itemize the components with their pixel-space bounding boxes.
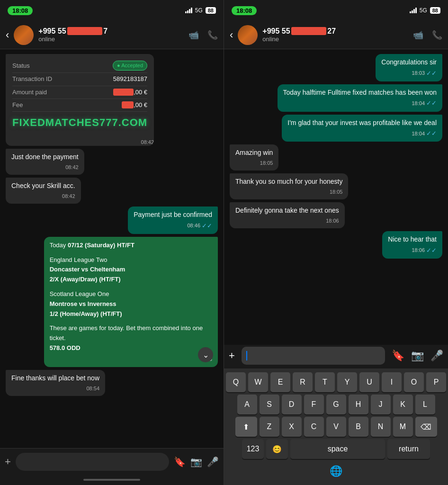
key-i[interactable]: I [382,372,402,392]
left-input-bar: + 🔖 📷 🎤 [0,448,224,475]
key-e[interactable]: E [270,372,290,392]
key-m[interactable]: M [393,417,413,437]
text-cursor [246,351,247,360]
message-bubble: Thank you so much for your honesty 18:05 [230,173,348,199]
mic-icon[interactable]: 🎤 [430,350,443,362]
ticket-league1: England League TwoDoncaster vs Cheltenha… [50,255,212,285]
left-messages-area[interactable]: Status ● Accepted Transaction ID 5892183… [0,49,224,448]
status-value: ● Accepted [113,61,147,71]
right-video-call-icon[interactable]: 📹 [413,30,423,40]
num-key[interactable]: 123 [242,439,264,459]
fee-label: Fee [12,101,23,109]
backspace-key[interactable]: ⌫ [415,417,437,437]
message-bubble: Nice to hear that 18:06 ✓✓ [382,231,442,259]
message-text: Thank you so much for your honesty [235,178,342,185]
key-p[interactable]: P [426,372,446,392]
keyboard-input-area[interactable] [242,347,385,365]
signal-bar-3 [413,9,415,13]
key-f[interactable]: F [304,395,324,414]
payment-card-time: 08:42 [6,139,154,146]
key-b[interactable]: B [349,417,368,437]
space-key[interactable]: space [290,439,385,459]
key-y[interactable]: Y [337,372,357,392]
right-contact-name: +995 55XXXXXXX27 [262,27,408,36]
right-contact-info: +995 55XXXXXXX27 online [262,27,408,43]
key-w[interactable]: W [248,372,268,392]
key-t[interactable]: T [315,372,335,392]
message-bubble: Payment just be confirmed 08:46 ✓✓ [128,207,218,234]
key-d[interactable]: D [282,395,302,414]
keyboard-row-1: Q W E R T Y U I O P [226,372,446,392]
table-row: Nice to hear that 18:06 ✓✓ [230,231,442,259]
home-bar [83,479,140,481]
payment-fee-row: Fee XX,00 € [12,99,147,112]
ticket-line1: Today 07/12 (Saturday) HT/FT [50,241,212,251]
table-row: Status ● Accepted Transaction ID 5892183… [6,54,218,146]
camera-icon[interactable]: 📷 [190,456,202,467]
message-time: 08:42 [11,164,79,171]
message-bubble: Definitely gonna take the next ones 18:0… [230,202,345,228]
key-o[interactable]: O [404,372,424,392]
left-contact-info: +995 55XXXXXXX7 online [38,27,184,43]
read-receipts: ✓✓ [426,99,437,108]
shift-key[interactable]: ⬆ [235,417,257,437]
key-v[interactable]: V [326,417,346,437]
left-back-button[interactable]: ‹ [6,29,9,41]
status-label: Status [12,62,30,70]
key-l[interactable]: L [415,395,435,414]
text-icon[interactable]: 🔖 [392,350,404,362]
table-row: Today halftime Fulltime fixed matches ha… [230,84,442,112]
emoji-key[interactable]: 😊 [266,439,288,459]
table-row: Check your Skrill acc. 08:42 [6,178,218,204]
keyboard-bottom-row: 🌐 [226,461,446,481]
ticket-bubble: Today 07/12 (Saturday) HT/FT England Lea… [44,237,218,368]
left-chat-header: ‹ +995 55XXXXXXX7 online 📹 📞 [0,21,224,49]
sticker-icon[interactable]: 🔖 [174,456,186,467]
globe-button[interactable]: 🌐 [322,461,350,481]
message-text: Amazing win [235,149,273,156]
camera-icon[interactable]: 📷 [411,350,424,362]
table-row: Fine thanks will place bet now 08:54 [6,370,218,396]
add-attachment-button[interactable]: + [5,456,11,468]
message-text: Payment just be confirmed [134,211,212,218]
keyboard-plus-icon[interactable]: + [229,350,235,362]
message-text: Congratulations sir [381,58,437,66]
key-s[interactable]: S [260,395,279,414]
left-signal-bars [185,8,192,13]
keyboard-tool-right: 🔖 📷 🎤 [392,350,443,362]
left-avatar-img [14,25,34,45]
key-c[interactable]: C [304,417,324,437]
left-home-indicator [0,475,224,485]
key-g[interactable]: G [326,395,346,414]
key-j[interactable]: J [371,395,391,414]
key-a[interactable]: A [237,395,257,414]
key-h[interactable]: H [349,395,368,414]
right-status-time: 18:08 [232,6,257,15]
amount-label: Amount paid [12,88,47,97]
key-k[interactable]: K [393,395,413,414]
key-n[interactable]: N [371,417,391,437]
keyboard-row-2: A S D F G H J K L [226,395,446,414]
key-x[interactable]: X [282,417,302,437]
key-r[interactable]: R [293,372,313,392]
video-call-icon[interactable]: 📹 [188,30,199,40]
signal-bar-2 [187,10,188,13]
right-avatar-img [238,25,258,45]
message-time: 18:06 [235,217,339,225]
key-q[interactable]: Q [226,372,246,392]
right-messages-area[interactable]: Congratulations sir 18:03 ✓✓ Today halft… [224,49,448,345]
keyboard-toolbar: + 🔖 📷 🎤 [224,345,448,368]
right-phone-icon[interactable]: 📞 [432,30,442,40]
keyboard: Q W E R T Y U I O P A S D F G H J K L ⬆ … [224,368,448,485]
key-z[interactable]: Z [260,417,279,437]
ticket-league2: Scotland League OneMontrose vs Inverness… [50,289,212,319]
signal-bar-3 [189,9,190,13]
signal-bar-2 [412,10,413,13]
mic-icon[interactable]: 🎤 [207,456,219,467]
right-back-button[interactable]: ‹ [230,29,233,41]
key-u[interactable]: U [359,372,379,392]
phone-icon[interactable]: 📞 [207,30,218,40]
left-message-input[interactable] [16,453,169,471]
message-time: 18:03 ✓✓ [381,69,437,78]
return-key[interactable]: return [387,439,430,459]
